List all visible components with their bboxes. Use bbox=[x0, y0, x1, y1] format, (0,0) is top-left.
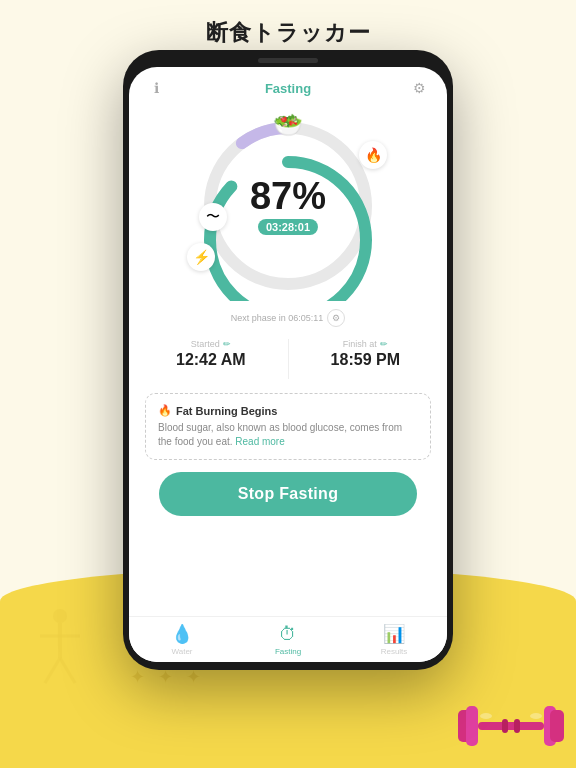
times-row: Started ✏ 12:42 AM Finish at ✏ 18:59 PM bbox=[145, 331, 431, 387]
finish-time: Finish at ✏ 18:59 PM bbox=[331, 339, 400, 379]
header-title: Fasting bbox=[265, 81, 311, 96]
circle-timer: 03:28:01 bbox=[258, 219, 318, 235]
circle-center: 87% 03:28:01 bbox=[250, 177, 326, 235]
info-card: 🔥 Fat Burning Begins Blood sugar, also k… bbox=[145, 393, 431, 460]
svg-rect-9 bbox=[550, 710, 564, 742]
results-nav-icon: 📊 bbox=[383, 623, 405, 645]
info-card-title: 🔥 Fat Burning Begins bbox=[158, 404, 418, 417]
progress-percent: 87% bbox=[250, 177, 326, 215]
water-nav-icon: 💧 bbox=[171, 623, 193, 645]
tablet-camera bbox=[258, 58, 318, 63]
finish-value: 18:59 PM bbox=[331, 351, 400, 369]
svg-line-3 bbox=[45, 658, 60, 683]
svg-point-13 bbox=[530, 713, 542, 719]
info-card-text: Blood sugar, also known as blood glucose… bbox=[158, 421, 418, 449]
svg-rect-10 bbox=[502, 719, 508, 733]
started-time: Started ✏ 12:42 AM bbox=[176, 339, 246, 379]
svg-rect-11 bbox=[514, 719, 520, 733]
svg-point-0 bbox=[53, 609, 67, 623]
wave-icon: 〜 bbox=[199, 203, 227, 231]
stop-fasting-button[interactable]: Stop Fasting bbox=[159, 472, 416, 516]
fasting-nav-label: Fasting bbox=[275, 647, 301, 656]
results-nav-label: Results bbox=[381, 647, 408, 656]
screen-header: ℹ Fasting ⚙ bbox=[129, 67, 447, 105]
started-value: 12:42 AM bbox=[176, 351, 246, 369]
salad-icon: 🥗 bbox=[274, 111, 302, 139]
read-more-link[interactable]: Read more bbox=[235, 436, 284, 447]
screen-content: 🥗 🔥 ⚡ 〜 87% 03:28:01 Next phase in 06:05… bbox=[129, 105, 447, 616]
nav-item-results[interactable]: 📊 Results bbox=[341, 623, 447, 656]
nav-item-fasting[interactable]: ⏱ Fasting bbox=[235, 624, 341, 656]
progress-circle: 🥗 🔥 ⚡ 〜 87% 03:28:01 bbox=[193, 111, 383, 301]
svg-rect-6 bbox=[466, 706, 478, 746]
started-label: Started bbox=[191, 339, 220, 349]
page-title: 断食トラッカー bbox=[0, 0, 576, 48]
svg-point-12 bbox=[480, 713, 492, 719]
finish-edit-icon[interactable]: ✏ bbox=[380, 339, 388, 349]
nav-item-water[interactable]: 💧 Water bbox=[129, 623, 235, 656]
tablet-device: ℹ Fasting ⚙ 🥗 bbox=[123, 50, 453, 670]
bottom-nav: 💧 Water ⏱ Fasting 📊 Results bbox=[129, 616, 447, 662]
fasting-nav-icon: ⏱ bbox=[279, 624, 297, 645]
dumbbell-decoration bbox=[456, 698, 556, 748]
svg-line-4 bbox=[60, 658, 75, 683]
next-phase-settings[interactable]: ⚙ bbox=[327, 309, 345, 327]
lightning-icon: ⚡ bbox=[187, 243, 215, 271]
svg-rect-7 bbox=[478, 722, 544, 730]
finish-label: Finish at bbox=[343, 339, 377, 349]
tablet-screen: ℹ Fasting ⚙ 🥗 bbox=[129, 67, 447, 662]
fitness-figure bbox=[30, 608, 100, 708]
started-edit-icon[interactable]: ✏ bbox=[223, 339, 231, 349]
times-divider bbox=[288, 339, 289, 379]
water-nav-label: Water bbox=[171, 647, 192, 656]
info-card-title-text: Fat Burning Begins bbox=[176, 405, 277, 417]
info-icon[interactable]: ℹ bbox=[145, 77, 167, 99]
next-phase-row: Next phase in 06:05:11 ⚙ bbox=[231, 309, 346, 327]
fire-icon: 🔥 bbox=[359, 141, 387, 169]
settings-icon[interactable]: ⚙ bbox=[409, 77, 431, 99]
info-card-icon: 🔥 bbox=[158, 404, 172, 417]
next-phase-text: Next phase in 06:05:11 bbox=[231, 313, 324, 323]
